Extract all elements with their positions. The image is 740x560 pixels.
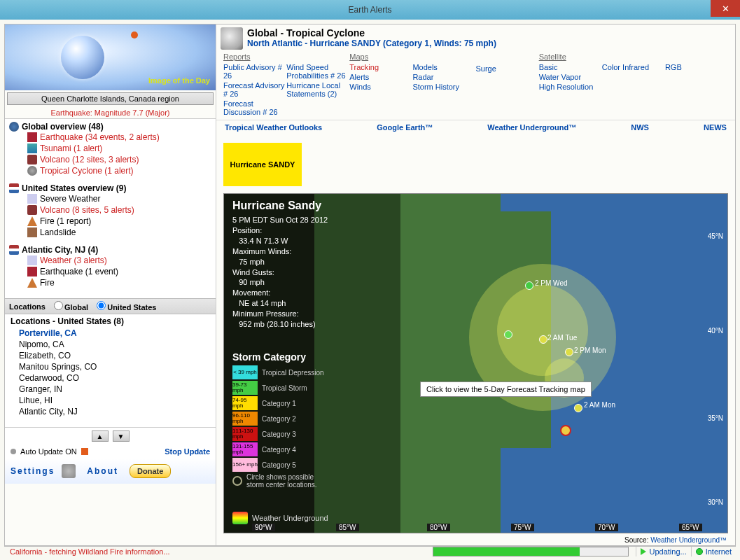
- item-icon: [27, 205, 37, 215]
- close-button[interactable]: ✕: [711, 0, 740, 17]
- progress-bar: [433, 547, 629, 556]
- report-link[interactable]: Public Advisory # 26: [223, 62, 286, 80]
- report-links: ReportsPublic Advisory # 26Forecast Advi…: [216, 52, 735, 120]
- external-link[interactable]: Tropical Weather Outlooks: [225, 123, 322, 132]
- tree-group-header[interactable]: Atlantic City, NJ (4): [9, 245, 213, 255]
- report-link[interactable]: Models: [412, 62, 475, 72]
- settings-link[interactable]: Settings: [11, 466, 55, 476]
- location-item[interactable]: Elizabeth, CO: [11, 350, 210, 361]
- tree-item[interactable]: Tropical Cyclone (1 alert): [9, 165, 213, 176]
- report-link[interactable]: [476, 74, 539, 75]
- locations-title: Locations - United States (8): [11, 316, 210, 326]
- nav-up-button[interactable]: ▲: [92, 430, 109, 442]
- source-link[interactable]: Weather Underground™: [650, 536, 727, 544]
- report-link[interactable]: Alerts: [349, 72, 412, 82]
- group-icon: [9, 245, 19, 255]
- circle-icon: [232, 476, 242, 486]
- tree-item[interactable]: Volcano (12 sites, 3 alerts): [9, 154, 213, 165]
- tree-item[interactable]: Volcano (8 sites, 5 alerts): [9, 204, 213, 216]
- radio-global-label[interactable]: Global: [53, 301, 88, 312]
- location-item[interactable]: Lihue, HI: [11, 395, 210, 406]
- report-link[interactable]: Color Infrared: [602, 62, 665, 72]
- item-icon: [27, 166, 37, 176]
- external-link[interactable]: Google Earth™: [377, 123, 433, 132]
- location-item[interactable]: Porterville, CA: [11, 328, 210, 339]
- report-link[interactable]: RGB: [665, 62, 728, 72]
- storm-category-legend: Storm Category < 39 mphTropical Depressi…: [232, 351, 324, 490]
- report-link[interactable]: Forecast Discussion # 26: [223, 99, 286, 117]
- report-link[interactable]: Basic: [539, 62, 602, 72]
- report-link[interactable]: Surge: [476, 64, 539, 74]
- report-link[interactable]: Winds: [349, 82, 412, 92]
- report-link[interactable]: High Resolution: [539, 82, 602, 92]
- tree-item[interactable]: Landslide: [9, 227, 213, 238]
- item-icon: [27, 216, 37, 226]
- external-links-row: Tropical Weather OutlooksGoogle Earth™We…: [216, 120, 735, 134]
- report-link[interactable]: Water Vapor: [539, 72, 602, 82]
- tree-group-header[interactable]: United States overview (9): [9, 183, 213, 193]
- tree-item[interactable]: Tsunami (1 alert): [9, 143, 213, 154]
- online-icon: [696, 548, 703, 555]
- location-item[interactable]: Manitou Springs, CO: [11, 361, 210, 372]
- report-link[interactable]: Radar: [412, 72, 475, 82]
- location-item[interactable]: Cedarwood, CO: [11, 372, 210, 384]
- auto-update-label: Auto Update ON: [20, 447, 77, 456]
- cyclone-icon: [221, 27, 243, 50]
- external-link[interactable]: Weather Underground™: [487, 123, 576, 132]
- report-link[interactable]: [665, 72, 728, 74]
- locations-label: Locations: [9, 302, 46, 311]
- location-item[interactable]: Nipomo, CA: [11, 339, 210, 350]
- item-icon: [27, 194, 37, 204]
- item-icon: [27, 155, 37, 164]
- globe-icon: [61, 36, 104, 79]
- headline-earthquake[interactable]: Earthquake: Magnitude 7.7 (Major): [5, 107, 216, 119]
- current-position-icon: [560, 425, 571, 436]
- donate-button[interactable]: Donate: [130, 464, 171, 478]
- region-button[interactable]: Queen Charlotte Islands, Canada region: [7, 92, 214, 105]
- location-item[interactable]: Granger, IN: [11, 384, 210, 395]
- report-link[interactable]: Tracking: [349, 62, 412, 72]
- tree-item[interactable]: Severe Weather: [9, 193, 213, 204]
- radio-us-label[interactable]: United States: [95, 301, 156, 312]
- tree-item[interactable]: Fire (1 report): [9, 216, 213, 227]
- nav-down-button[interactable]: ▼: [113, 430, 130, 442]
- radio-global[interactable]: [54, 301, 63, 310]
- page-title: Global - Tropical Cyclone: [247, 27, 496, 38]
- external-link[interactable]: NWS: [631, 123, 649, 132]
- settings-row: Settings About Donate: [5, 458, 216, 484]
- alert-dot-icon: [131, 31, 138, 38]
- window-title: Earth Alerts: [348, 5, 391, 15]
- report-link[interactable]: Hurricane Local Statements (2): [286, 80, 349, 99]
- storm-selector[interactable]: Hurricane SANDY: [223, 143, 302, 186]
- tracking-map[interactable]: Hurricane Sandy 5 PM EDT Sun Oct 28 2012…: [223, 193, 728, 533]
- tree-group-header[interactable]: Global overview (48): [9, 122, 213, 132]
- main-panel: Global - Tropical Cyclone North Atlantic…: [216, 24, 735, 545]
- close-icon: ✕: [722, 4, 729, 14]
- app-frame: Image of the Day Queen Charlotte Islands…: [4, 24, 736, 546]
- tree-item[interactable]: Fire: [9, 277, 213, 288]
- radio-us[interactable]: [97, 301, 106, 310]
- wu-attribution: Weather Underground: [232, 512, 328, 524]
- group-icon: [9, 122, 19, 132]
- report-link[interactable]: [602, 72, 665, 74]
- tree-item[interactable]: Earthquake (1 event): [9, 266, 213, 277]
- group-icon: [9, 183, 19, 193]
- tree-item[interactable]: Earthquake (34 events, 2 alerts): [9, 132, 213, 143]
- auto-indicator-icon: [11, 449, 16, 454]
- window-titlebar: Earth Alerts ✕: [0, 0, 740, 20]
- item-icon: [27, 132, 37, 142]
- tree-item[interactable]: Weather (3 alerts): [9, 255, 213, 266]
- about-link[interactable]: About: [87, 466, 118, 476]
- stop-update-link[interactable]: Stop Update: [165, 447, 210, 456]
- status-message: California - fetching Wildland Fire info…: [4, 547, 270, 556]
- report-link[interactable]: Forecast Advisory # 26: [223, 80, 286, 99]
- image-of-day-label: Image of the Day: [148, 76, 210, 85]
- play-icon: [641, 548, 646, 555]
- location-item[interactable]: Atlantic City, NJ: [11, 406, 210, 417]
- external-link[interactable]: NEWS: [704, 123, 727, 132]
- report-link[interactable]: Wind Speed Probabilities # 26: [286, 62, 349, 80]
- wu-logo-icon: [232, 512, 248, 524]
- globe-banner[interactable]: Image of the Day: [5, 24, 216, 90]
- page-subtitle: North Atlantic - Hurricane SANDY (Catego…: [247, 38, 496, 48]
- report-link[interactable]: Storm History: [412, 82, 475, 92]
